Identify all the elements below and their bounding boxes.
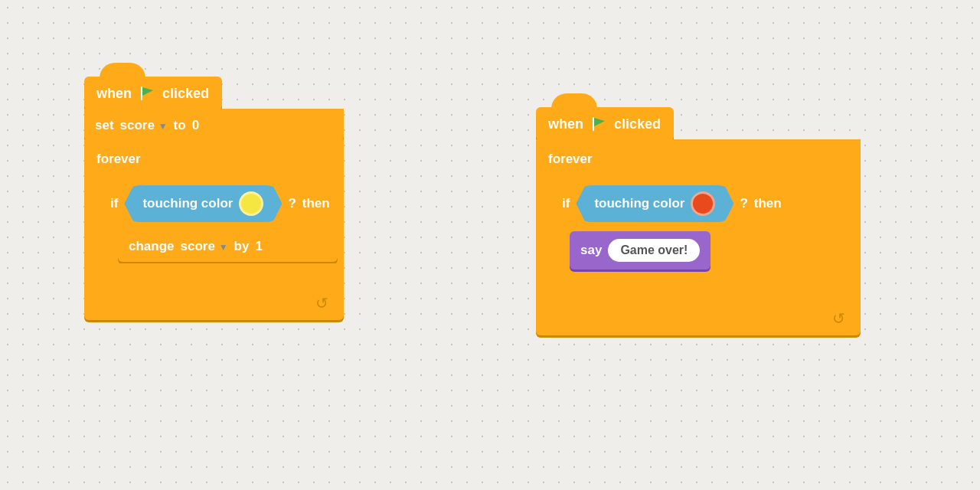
if-inner-content: change score ▼ by 1 xyxy=(118,230,338,263)
touching-color-label: touching color xyxy=(142,196,233,211)
dropdown-arrow: ▼ xyxy=(158,121,168,132)
left-if-block[interactable]: if touching color ? then change xyxy=(100,178,341,286)
svg-rect-0 xyxy=(141,87,142,100)
forever-label: forever xyxy=(96,152,141,167)
forever-content: if touching color ? then change xyxy=(84,175,344,289)
left-hat-wrapper: when clicked xyxy=(84,61,344,110)
if-top-row: if touching color ? then xyxy=(100,178,341,230)
set-label: set xyxy=(95,118,114,133)
right-if-inner-content: say Game over! xyxy=(570,230,854,271)
right-forever-content: if touching color ? then say xyxy=(536,175,861,305)
forever-loop-arrow: ↺ xyxy=(84,289,344,320)
right-forever-label-row: forever xyxy=(536,144,861,175)
left-script-group: when clicked set score ▼ to 0 xyxy=(84,61,344,320)
left-touching-color-block[interactable]: touching color xyxy=(124,185,282,222)
right-script-group: when clicked forever if xyxy=(536,92,861,335)
green-flag-icon xyxy=(138,84,156,103)
left-set-block[interactable]: set score ▼ to 0 xyxy=(84,109,344,141)
right-say-block[interactable]: say Game over! xyxy=(570,231,710,270)
right-hat-wrapper: when clicked xyxy=(536,92,861,141)
right-green-flag-icon xyxy=(590,115,608,133)
question-mark: ? xyxy=(288,196,296,211)
scratch-workspace: when clicked set score ▼ to 0 xyxy=(0,0,980,490)
by-label: by xyxy=(234,239,250,254)
color-swatch-yellow[interactable] xyxy=(239,191,263,216)
change-label: change xyxy=(129,239,175,254)
if-bottom-cap xyxy=(100,263,341,286)
right-touching-color-label: touching color xyxy=(594,196,684,211)
forever-label-row: forever xyxy=(84,144,344,175)
then-label: then xyxy=(302,196,330,211)
right-when-clicked-block[interactable]: when clicked xyxy=(536,107,674,141)
right-clicked-label: clicked xyxy=(614,116,661,132)
dropdown-arrow-2: ▼ xyxy=(219,242,228,253)
color-swatch-red[interactable] xyxy=(691,191,715,216)
right-question-mark: ? xyxy=(740,196,747,211)
left-when-clicked-block[interactable]: when clicked xyxy=(84,77,222,110)
right-forever-loop-arrow: ↺ xyxy=(536,305,861,335)
right-if-block[interactable]: if touching color ? then say xyxy=(551,178,858,302)
say-label: say xyxy=(580,243,602,258)
right-then-label: then xyxy=(754,196,782,211)
right-if-bottom-cap xyxy=(551,271,858,302)
left-forever-block[interactable]: forever if touching color ? then xyxy=(84,139,344,320)
value-one[interactable]: 1 xyxy=(255,239,262,254)
right-touching-color-block[interactable]: touching color xyxy=(576,185,733,222)
game-over-bubble: Game over! xyxy=(608,239,700,262)
right-forever-block[interactable]: forever if touching color ? then xyxy=(536,139,861,335)
right-when-label: when xyxy=(548,116,583,132)
svg-rect-1 xyxy=(593,117,594,131)
score-dropdown[interactable]: score ▼ xyxy=(120,118,168,133)
to-label: to xyxy=(174,118,186,133)
right-if-top-row: if touching color ? then xyxy=(551,178,858,230)
left-change-block[interactable]: change score ▼ by 1 xyxy=(118,231,338,262)
when-label: when xyxy=(96,86,132,102)
clicked-label: clicked xyxy=(162,86,209,102)
right-if-label: if xyxy=(562,196,570,211)
score-dropdown-2[interactable]: score ▼ xyxy=(181,239,228,254)
value-zero[interactable]: 0 xyxy=(192,118,199,133)
right-forever-label: forever xyxy=(548,152,593,167)
if-label: if xyxy=(110,196,118,211)
